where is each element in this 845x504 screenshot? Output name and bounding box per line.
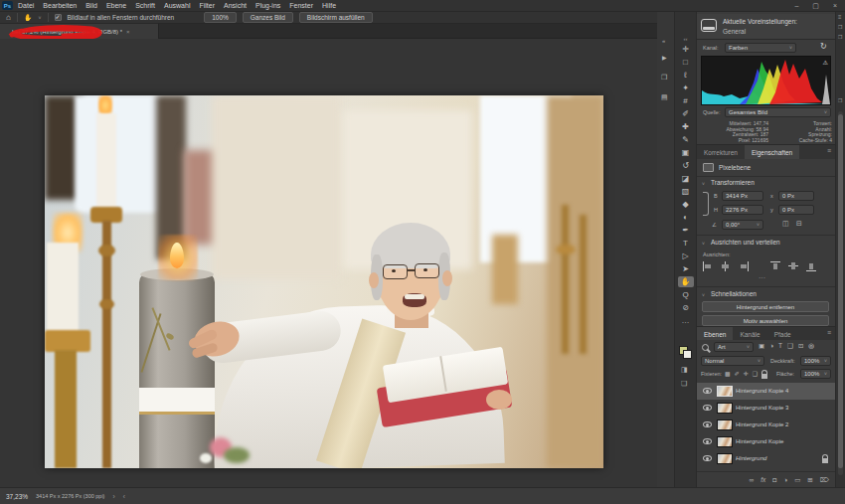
zoom-level-field[interactable]: 37,23% <box>6 493 28 500</box>
close-button[interactable]: × <box>833 2 837 10</box>
angle-field[interactable]: 0,00° ˅ <box>722 220 763 230</box>
home-icon[interactable]: ⌂ <box>6 13 11 22</box>
layer-row[interactable]: Hintergrund Kopie <box>697 433 835 450</box>
status-arrow-right-icon[interactable]: › <box>112 493 114 500</box>
zoom-100-button[interactable]: 100% <box>204 12 237 23</box>
tab-eigenschaften[interactable]: Eigenschaften <box>745 145 799 159</box>
y-field[interactable]: 0 Px <box>778 205 814 215</box>
history-brush-tool[interactable]: ↺ <box>678 160 694 171</box>
align-left-icon[interactable] <box>703 261 713 271</box>
collapse-toolbar-icon[interactable]: ‹‹ <box>675 36 696 42</box>
flip-horizontal-icon[interactable]: ◫ <box>782 220 789 228</box>
height-field[interactable]: 2276 Px <box>722 205 763 215</box>
rotate-view-tool[interactable]: ⊘ <box>678 302 694 313</box>
dodge-tool[interactable]: ◐ <box>678 212 694 223</box>
tab-korrekturen[interactable]: Korrekturen <box>697 145 745 159</box>
direct-selection-tool[interactable]: ➤ <box>678 263 694 274</box>
marquee-tool[interactable]: □ <box>678 57 694 68</box>
blur-tool[interactable]: ◆ <box>678 199 694 210</box>
chevron-down-icon[interactable]: ˅ <box>39 15 42 21</box>
menu-ebene[interactable]: Ebene <box>106 2 126 9</box>
channel-select[interactable]: Farben ˅ <box>725 43 796 53</box>
layer-row[interactable]: Hintergrund Kopie 2 <box>697 417 835 433</box>
adjustment-layer-icon[interactable]: ◑ <box>783 476 787 483</box>
menu-datei[interactable]: Datei <box>18 2 34 9</box>
tab-close-icon[interactable]: × <box>126 29 130 35</box>
canvas-image[interactable] <box>45 95 603 468</box>
canvas-area[interactable] <box>0 39 657 487</box>
menu-bearbeiten[interactable]: Bearbeiten <box>43 2 77 9</box>
remove-background-button[interactable]: Hintergrund entfernen <box>702 301 829 312</box>
chevron-down-icon[interactable]: ˅ <box>702 292 705 298</box>
gradient-tool[interactable]: ▧ <box>678 186 694 197</box>
add-mask-icon[interactable]: ◘ <box>772 476 776 483</box>
lock-all-icon[interactable] <box>761 374 767 379</box>
refresh-histogram-icon[interactable]: ↻ <box>820 42 827 51</box>
layer-thumbnail[interactable] <box>717 436 733 447</box>
menu-filter[interactable]: Filter <box>199 2 215 9</box>
zoom-tool[interactable]: Q <box>678 289 694 300</box>
align-top-icon[interactable] <box>770 261 780 271</box>
eyedropper-tool[interactable]: ✐ <box>678 108 694 119</box>
minimize-button[interactable]: – <box>794 2 798 10</box>
foreground-color-swatch[interactable] <box>683 350 692 359</box>
align-middle-icon[interactable] <box>788 261 798 271</box>
cached-data-warning-icon[interactable]: ⚠ <box>823 59 828 66</box>
quick-mask-icon[interactable]: ◨ <box>681 366 688 374</box>
lock-artboard-icon[interactable]: ❑ <box>753 370 758 377</box>
menu-ansicht[interactable]: Ansicht <box>224 2 247 9</box>
status-arrow-left-icon[interactable]: ‹ <box>123 493 125 500</box>
quick-selection-tool[interactable]: ✦ <box>678 83 694 93</box>
link-layers-icon[interactable]: ∞ <box>750 476 755 483</box>
lock-transparency-icon[interactable]: ▩ <box>725 370 731 377</box>
menu-schrift[interactable]: Schrift <box>135 2 155 9</box>
adjustment-filter-icon[interactable]: ◑ <box>769 342 773 350</box>
layer-visibility-icon[interactable] <box>703 405 712 411</box>
actions-panel-icon[interactable]: ▶ <box>662 54 667 61</box>
menu-hilfe[interactable]: Hilfe <box>322 2 336 9</box>
layer-visibility-icon[interactable] <box>703 421 712 427</box>
delete-layer-icon[interactable]: ⌦ <box>820 476 829 484</box>
history-panel-icon[interactable]: ▤ <box>661 93 668 101</box>
layer-visibility-icon[interactable] <box>703 455 712 461</box>
tab-ebenen[interactable]: Ebenen <box>697 327 733 341</box>
align-bottom-icon[interactable] <box>806 261 816 271</box>
tab-kanaele[interactable]: Kanäle <box>733 327 766 341</box>
fill-screen-button[interactable]: Bildschirm ausfüllen <box>299 12 373 23</box>
move-tool[interactable]: ✛ <box>678 44 694 55</box>
menu-plugins[interactable]: Plug-ins <box>255 2 280 9</box>
smart-object-filter-icon[interactable]: ⊡ <box>798 342 803 350</box>
layer-row[interactable]: Hintergrund Kopie 4 <box>697 383 835 400</box>
panel-icon[interactable]: ❒ <box>838 97 842 103</box>
brush-tool[interactable]: ✎ <box>678 134 694 145</box>
layer-thumbnail[interactable] <box>717 386 733 397</box>
hand-tool[interactable]: ✋ <box>678 276 694 287</box>
layer-thumbnail[interactable] <box>717 403 733 414</box>
menu-fenster[interactable]: Fenster <box>289 2 313 9</box>
menu-bild[interactable]: Bild <box>85 2 97 9</box>
layer-effects-icon[interactable]: fx <box>760 476 765 483</box>
screen-mode-icon[interactable]: ❏ <box>681 380 687 388</box>
shape-filter-icon[interactable]: ❑ <box>787 342 793 350</box>
source-select[interactable]: Gesamtes Bild ˅ <box>725 107 831 117</box>
menu-auswahl[interactable]: Auswahl <box>164 2 190 9</box>
blend-mode-select[interactable]: Normal ˅ <box>701 356 764 366</box>
x-field[interactable]: 0 Px <box>778 191 814 201</box>
new-layer-icon[interactable]: ⊞ <box>807 476 812 484</box>
healing-brush-tool[interactable]: ✚ <box>678 121 694 132</box>
lasso-tool[interactable]: ℓ <box>678 70 694 81</box>
collapse-panels-icon[interactable]: « <box>662 38 665 44</box>
eraser-tool[interactable]: ◪ <box>678 173 694 184</box>
chevron-down-icon[interactable]: ˅ <box>702 241 705 247</box>
panel-icon[interactable]: ❒ <box>838 34 842 40</box>
new-group-icon[interactable]: ▭ <box>794 476 800 484</box>
align-center-h-icon[interactable] <box>721 261 731 271</box>
tab-pfade[interactable]: Pfade <box>767 327 798 341</box>
pen-tool[interactable]: ✒ <box>678 225 694 236</box>
layer-thumbnail[interactable] <box>717 453 733 464</box>
layer-row[interactable]: Hintergrund <box>697 450 835 467</box>
tourbox-preset-value[interactable]: General <box>723 28 746 35</box>
maximize-button[interactable]: ▢ <box>812 2 819 10</box>
align-right-icon[interactable] <box>739 261 749 271</box>
more-align-options-button[interactable]: ··· <box>759 274 765 281</box>
